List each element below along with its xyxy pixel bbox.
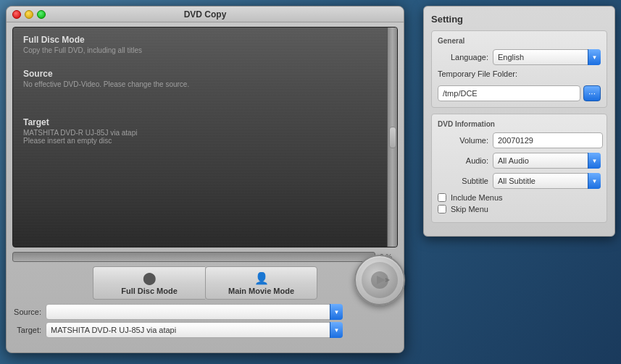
content-area: Full Disc Mode Copy the Full DVD, includ… bbox=[12, 27, 398, 247]
source-subtitle: No effective DVD-Video. Please change th… bbox=[23, 80, 387, 88]
person-icon: 👤 bbox=[254, 271, 269, 285]
main-window: DVD Copy Full Disc Mode Copy the Full DV… bbox=[6, 6, 404, 353]
target-label: Target: bbox=[12, 326, 41, 334]
audio-select-container: All Audio English French bbox=[493, 153, 601, 169]
source-section: Source No effective DVD-Video. Please ch… bbox=[13, 62, 397, 96]
setting-panel: Setting General Language: English French… bbox=[423, 6, 615, 237]
temp-folder-row: Temporary File Folder: ··· bbox=[438, 69, 601, 101]
browse-button[interactable]: ··· bbox=[583, 85, 601, 101]
volume-input[interactable] bbox=[493, 132, 603, 148]
volume-label: Volume: bbox=[438, 136, 488, 145]
source-title: Source bbox=[23, 69, 387, 79]
audio-row: Audio: All Audio English French bbox=[438, 153, 601, 169]
source-label: Source: bbox=[12, 308, 41, 316]
full-disc-mode-label: Full Disc Mode bbox=[121, 287, 178, 295]
dvd-info-group-title: DVD Information bbox=[438, 120, 601, 128]
include-menus-row: Include Menus bbox=[438, 193, 601, 202]
temp-folder-input[interactable] bbox=[438, 85, 580, 101]
include-menus-label: Include Menus bbox=[451, 193, 503, 202]
traffic-lights bbox=[12, 10, 46, 19]
play-arrow-icon bbox=[370, 270, 390, 290]
target-note: Please insert an empty disc bbox=[23, 137, 387, 145]
maximize-button[interactable] bbox=[37, 10, 46, 19]
target-select[interactable]: MATSHITA DVD-R UJ-85J via atapi bbox=[46, 322, 343, 338]
title-bar: DVD Copy bbox=[7, 7, 404, 22]
skip-menu-label: Skip Menu bbox=[451, 205, 488, 213]
target-device: MATSHITA DVD-R UJ-85J via atapi bbox=[23, 129, 387, 137]
subtitle-select[interactable]: All Subtitle English None bbox=[493, 173, 601, 189]
full-disc-subtitle: Copy the Full DVD, including all titles bbox=[23, 46, 387, 54]
main-movie-mode-button[interactable]: 👤 Main Movie Mode bbox=[205, 266, 317, 300]
close-button[interactable] bbox=[12, 10, 21, 19]
language-select-container: English French German bbox=[493, 49, 601, 65]
language-label: Language: bbox=[438, 53, 488, 62]
general-group-title: General bbox=[438, 37, 601, 45]
start-button-inner bbox=[362, 262, 398, 298]
language-select[interactable]: English French German bbox=[493, 49, 601, 65]
target-field-row: Target: MATSHITA DVD-R UJ-85J via atapi bbox=[12, 322, 398, 338]
setting-title: Setting bbox=[431, 14, 607, 25]
progress-bar bbox=[12, 252, 375, 262]
audio-select[interactable]: All Audio English French bbox=[493, 153, 601, 169]
source-select[interactable] bbox=[46, 304, 343, 320]
temp-folder-label: Temporary File Folder: bbox=[438, 69, 517, 78]
include-menus-checkbox[interactable] bbox=[438, 193, 446, 202]
start-button[interactable] bbox=[354, 255, 405, 305]
language-row: Language: English French German bbox=[438, 49, 601, 65]
subtitle-select-container: All Subtitle English None bbox=[493, 173, 601, 189]
subtitle-row: Subtitle All Subtitle English None bbox=[438, 173, 601, 189]
audio-label: Audio: bbox=[438, 156, 488, 165]
target-title: Target bbox=[23, 117, 387, 127]
full-disc-title: Full Disc Mode bbox=[23, 35, 387, 45]
general-group: General Language: English French German … bbox=[431, 30, 607, 108]
source-select-container bbox=[46, 304, 343, 320]
progress-section: 0 % bbox=[12, 252, 398, 262]
target-select-container: MATSHITA DVD-R UJ-85J via atapi bbox=[46, 322, 343, 338]
window-title: DVD Copy bbox=[184, 9, 227, 20]
skip-menu-row: Skip Menu bbox=[438, 205, 601, 213]
disc-icon: ⬤ bbox=[143, 271, 156, 285]
volume-row: Volume: bbox=[438, 132, 601, 148]
subtitle-label: Subtitle bbox=[438, 177, 488, 185]
main-movie-mode-label: Main Movie Mode bbox=[228, 287, 294, 295]
dvd-info-group: DVD Information Volume: Audio: All Audio… bbox=[431, 114, 607, 223]
target-section: Target MATSHITA DVD-R UJ-85J via atapi P… bbox=[13, 110, 397, 152]
full-disc-mode-button[interactable]: ⬤ Full Disc Mode bbox=[93, 266, 205, 300]
source-field-row: Source: bbox=[12, 304, 398, 320]
buttons-row: ⬤ Full Disc Mode 👤 Main Movie Mode bbox=[12, 266, 398, 300]
temp-folder-input-container: ··· bbox=[438, 85, 601, 101]
skip-menu-checkbox[interactable] bbox=[438, 205, 446, 213]
full-disc-section: Full Disc Mode Copy the Full DVD, includ… bbox=[13, 27, 397, 62]
minimize-button[interactable] bbox=[25, 10, 33, 19]
